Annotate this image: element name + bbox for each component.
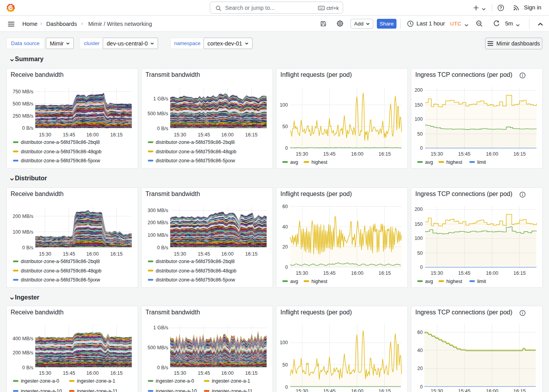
svg-text:avg: avg: [425, 160, 433, 165]
svg-text:500 MB/s: 500 MB/s: [147, 345, 168, 350]
svg-text:60: 60: [282, 204, 288, 209]
svg-text:40: 40: [417, 348, 423, 353]
svg-text:50: 50: [417, 250, 423, 256]
svg-text:250 MB/s: 250 MB/s: [13, 113, 33, 119]
svg-text:distributor-zone-a-56fd759c86-: distributor-zone-a-56fd759c86-48qpb: [156, 149, 236, 154]
svg-text:limit: limit: [477, 279, 486, 284]
svg-text:200 MB/s: 200 MB/s: [13, 350, 33, 356]
svg-text:?: ?: [500, 5, 502, 10]
svg-text:15:45: 15:45: [63, 251, 75, 257]
svg-text:highest: highest: [311, 160, 327, 165]
svg-text:distributor-zone-a-56fd759c86-: distributor-zone-a-56fd759c86-5jxxw: [21, 158, 100, 163]
svg-text:15:30: 15:30: [174, 251, 186, 257]
svg-text:highest: highest: [311, 279, 327, 284]
svg-text:15:30: 15:30: [431, 270, 443, 276]
svg-text:15:45: 15:45: [323, 270, 335, 276]
svg-text:15:30: 15:30: [296, 270, 308, 276]
svg-text:15:45: 15:45: [323, 151, 335, 157]
svg-text:15:45: 15:45: [458, 270, 470, 276]
svg-text:0: 0: [285, 265, 288, 270]
svg-text:16:15: 16:15: [110, 251, 122, 257]
svg-text:16:00: 16:00: [86, 251, 98, 257]
svg-text:750 MB/s: 750 MB/s: [13, 89, 33, 94]
svg-text:16:00: 16:00: [486, 270, 498, 276]
svg-text:distributor-zone-a-56fd759c86-: distributor-zone-a-56fd759c86-5jxxw: [21, 277, 100, 283]
svg-text:distributor-zone-a-56fd759c86-: distributor-zone-a-56fd759c86-2bql8: [156, 140, 235, 145]
svg-text:16:00: 16:00: [486, 388, 498, 392]
svg-text:ingester-zone-a-10: ingester-zone-a-10: [21, 388, 62, 392]
svg-text:50: 50: [282, 362, 288, 368]
svg-text:16:15: 16:15: [110, 132, 122, 138]
svg-text:100 MB/s: 100 MB/s: [13, 229, 33, 235]
svg-text:15:30: 15:30: [431, 388, 443, 392]
svg-text:200 MB/s: 200 MB/s: [13, 214, 33, 219]
svg-text:15:45: 15:45: [458, 388, 470, 392]
svg-text:200 MB/s: 200 MB/s: [147, 220, 168, 225]
svg-text:15:30: 15:30: [296, 151, 308, 157]
svg-text:15:30: 15:30: [39, 370, 51, 376]
svg-text:300 MB/s: 300 MB/s: [147, 208, 168, 213]
svg-text:50: 50: [417, 131, 423, 137]
svg-text:15:30: 15:30: [431, 151, 443, 157]
svg-text:distributor-zone-a-56fd759c86-: distributor-zone-a-56fd759c86-2bql8: [21, 259, 100, 264]
svg-text:0 B/s: 0 B/s: [22, 245, 34, 250]
svg-text:distributor-zone-a-56fd759c86-: distributor-zone-a-56fd759c86-48qpb: [156, 268, 236, 274]
svg-text:200: 200: [414, 87, 423, 93]
svg-text:16:00: 16:00: [351, 151, 363, 157]
svg-text:15:45: 15:45: [458, 151, 470, 157]
svg-text:avg: avg: [290, 279, 298, 284]
svg-text:500 MB/s: 500 MB/s: [147, 111, 168, 116]
svg-text:15:45: 15:45: [198, 370, 210, 376]
svg-text:16:15: 16:15: [245, 370, 257, 376]
svg-text:16:15: 16:15: [245, 251, 257, 257]
svg-text:100: 100: [414, 236, 423, 241]
svg-text:0: 0: [420, 384, 423, 390]
svg-text:0: 0: [285, 385, 288, 390]
svg-text:0 B/s: 0 B/s: [22, 125, 34, 131]
svg-text:ingester-zone-a-1: ingester-zone-a-1: [77, 378, 115, 384]
svg-text:16:00: 16:00: [86, 132, 98, 138]
svg-text:0 B/s: 0 B/s: [157, 245, 169, 250]
svg-text:highest: highest: [446, 279, 462, 284]
svg-text:20: 20: [282, 244, 288, 250]
svg-text:ingester-zone-a-0: ingester-zone-a-0: [156, 378, 194, 384]
svg-text:distributor-zone-a-56fd759c86-: distributor-zone-a-56fd759c86-2bql8: [156, 259, 235, 264]
svg-text:16:15: 16:15: [513, 388, 525, 392]
svg-text:16:00: 16:00: [221, 251, 233, 257]
svg-text:0: 0: [420, 265, 423, 270]
svg-text:0 B/s: 0 B/s: [157, 126, 169, 131]
svg-text:ingester-zone-a-11: ingester-zone-a-11: [77, 388, 118, 392]
svg-text:500 MB/s: 500 MB/s: [13, 101, 33, 107]
svg-text:0 B/s: 0 B/s: [157, 365, 169, 370]
svg-text:16:15: 16:15: [513, 270, 525, 276]
svg-text:150: 150: [414, 102, 423, 108]
svg-text:distributor-zone-a-56fd759c86-: distributor-zone-a-56fd759c86-5jxxw: [156, 158, 235, 163]
svg-text:distributor-zone-a-56fd759c86-: distributor-zone-a-56fd759c86-48qpb: [21, 149, 102, 154]
svg-text:16:00: 16:00: [221, 370, 233, 376]
svg-text:distributor-zone-a-56fd759c86-: distributor-zone-a-56fd759c86-48qpb: [21, 268, 102, 274]
svg-text:1 GB/s: 1 GB/s: [153, 325, 168, 330]
svg-text:100: 100: [280, 102, 288, 108]
svg-text:100: 100: [280, 340, 288, 345]
svg-text:20: 20: [417, 366, 423, 371]
svg-text:16:00: 16:00: [351, 270, 363, 276]
svg-text:100 MB/s: 100 MB/s: [147, 232, 168, 238]
svg-text:16:15: 16:15: [378, 270, 391, 276]
svg-text:distributor-zone-a-56fd759c86-: distributor-zone-a-56fd759c86-2bql8: [21, 140, 100, 145]
svg-text:16:00: 16:00: [486, 151, 498, 157]
svg-text:15:45: 15:45: [63, 370, 75, 376]
svg-text:16:15: 16:15: [110, 370, 122, 376]
svg-text:15:45: 15:45: [63, 132, 75, 138]
svg-text:400 MB/s: 400 MB/s: [13, 336, 33, 341]
svg-text:ingester-zone-a-0: ingester-zone-a-0: [21, 378, 59, 384]
svg-text:15:30: 15:30: [39, 251, 51, 257]
svg-text:15:30: 15:30: [39, 132, 51, 138]
svg-text:200: 200: [414, 207, 423, 212]
svg-text:15:30: 15:30: [296, 388, 308, 392]
svg-text:15:45: 15:45: [323, 388, 335, 392]
svg-text:avg: avg: [425, 279, 433, 284]
svg-text:16:00: 16:00: [351, 388, 363, 392]
svg-text:1 GB/s: 1 GB/s: [153, 96, 168, 102]
svg-text:16:15: 16:15: [378, 151, 391, 157]
svg-text:0: 0: [420, 145, 423, 151]
